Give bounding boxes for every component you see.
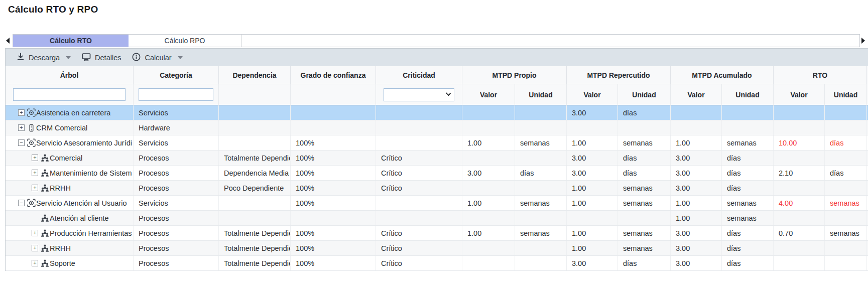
cell-mtpd-acumulado-valor — [671, 120, 722, 135]
cell-criticidad — [376, 105, 462, 120]
scroll-left-icon[interactable] — [4, 36, 11, 45]
table-row[interactable]: +ComercialProcesosTotalmente Dependiente… — [6, 151, 868, 166]
table-row[interactable]: +Atención al clienteProcesos1.00semanas — [6, 211, 868, 226]
cell-mtpd-repercutido-valor: 3.00 — [567, 151, 618, 165]
cell-criticidad: Crítico — [376, 241, 462, 255]
cell-rto-valor — [774, 105, 825, 120]
cell-mtpd-repercutido-unidad: semanas — [618, 241, 671, 255]
descarga-button[interactable]: Descarga — [13, 51, 75, 64]
process-icon — [40, 244, 49, 252]
table-row[interactable]: −Servicio Asesoramiento JurídicoServicio… — [6, 135, 868, 151]
cell-dependencia: Totalmente Dependiente — [219, 241, 291, 255]
cell-mtpd-repercutido-valor — [567, 120, 618, 135]
cell-rto-valor — [774, 151, 825, 165]
cell-mtpd-acumulado-valor: 1.00 — [671, 196, 722, 210]
cell-criticidad — [376, 120, 462, 135]
col-header-criticidad[interactable]: Criticidad — [376, 66, 462, 84]
tab-calculo-rto[interactable]: Cálculo RTO — [13, 35, 129, 47]
expand-icon[interactable]: + — [32, 245, 38, 251]
col-header-dependencia[interactable]: Dependencia — [219, 66, 291, 84]
cell-mtpd-repercutido-unidad: días — [618, 151, 671, 165]
expand-icon[interactable]: + — [32, 230, 38, 236]
tree-node-label: Asistencia en carretera — [36, 109, 110, 117]
detalles-button[interactable]: Detalles — [78, 51, 125, 65]
arbol-filter-input[interactable] — [13, 88, 126, 101]
col-header-grado-confianza[interactable]: Grado de confianza — [291, 66, 376, 84]
cell-mtpd-repercutido-unidad — [618, 211, 671, 225]
cell-mtpd-acumulado-valor: 3.00 — [671, 241, 722, 255]
cell-mtpd-acumulado-unidad: semanas — [722, 211, 774, 225]
cell-mtpd-repercutido-valor: 1.00 — [567, 241, 618, 255]
expand-icon[interactable]: + — [32, 170, 38, 176]
page-title: Cálculo RTO y RPO — [8, 4, 98, 15]
table-row[interactable]: −Servicio Atención al UsuarioServicios10… — [6, 196, 868, 211]
expand-icon[interactable]: + — [32, 185, 38, 191]
scroll-right-icon[interactable] — [859, 36, 866, 45]
chevron-down-icon — [66, 56, 71, 59]
filter-cell-grado — [291, 84, 376, 105]
cell-mtpd-acumulado-unidad: semanas — [722, 196, 774, 210]
col-header-arbol[interactable]: Árbol — [6, 66, 134, 84]
cell-criticidad: Crítico — [376, 151, 462, 165]
calcular-button[interactable]: Calcular — [128, 51, 186, 65]
filter-cell-categoria — [134, 84, 219, 105]
cell-categoria: Procesos — [134, 181, 219, 195]
service-icon — [27, 108, 36, 117]
cell-grado-confianza — [291, 120, 376, 135]
cell-rto-unidad: días — [825, 135, 867, 150]
cell-dependencia: Totalmente Dependiente — [219, 151, 291, 165]
chevron-down-icon — [178, 56, 183, 59]
tab-calculo-rpo[interactable]: Cálculo RPO — [129, 35, 241, 47]
collapse-icon[interactable]: − — [18, 139, 25, 146]
criticidad-filter-select[interactable] — [384, 88, 454, 101]
subheader-acum-unidad: Unidad — [722, 84, 774, 105]
table-row[interactable]: +Mantenimiento de SistemasProcesosDepend… — [6, 166, 868, 181]
cell-categoria: Servicios — [134, 105, 219, 120]
cell-mtpd-propio-valor — [462, 151, 515, 165]
cell-mtpd-repercutido-valor: 3.00 — [567, 166, 618, 180]
cell-mtpd-repercutido-unidad: semanas — [618, 226, 671, 240]
table-row[interactable]: +RRHHProcesosTotalmente Dependiente100%C… — [6, 241, 868, 256]
cell-rto-valor: 0.70 — [774, 226, 825, 240]
cell-mtpd-propio-valor — [462, 181, 515, 195]
cell-mtpd-propio-valor — [462, 241, 515, 255]
table-row[interactable]: +CRM ComercialHardware — [6, 120, 868, 135]
filter-row: Valor Unidad Valor Unidad Valor Unidad V… — [6, 84, 868, 105]
cell-mtpd-repercutido-valor: 3.00 — [567, 256, 618, 270]
calcular-label: Calcular — [145, 54, 171, 62]
cell-criticidad — [376, 211, 462, 225]
tree-cell: +Producción Herramientas — [6, 226, 134, 240]
cell-grado-confianza: 100% — [291, 241, 376, 255]
cell-rto-unidad — [825, 105, 867, 120]
cell-mtpd-repercutido-unidad: días — [618, 256, 671, 270]
tree-cell: +Mantenimiento de Sistemas — [6, 166, 134, 180]
cell-rto-valor — [774, 181, 825, 195]
expand-icon[interactable]: + — [18, 124, 25, 131]
tree-cell: −Servicio Atención al Usuario — [6, 196, 134, 210]
cell-rto-valor — [774, 241, 825, 255]
cell-rto-unidad — [825, 181, 867, 195]
cell-rto-unidad — [825, 256, 867, 270]
expand-icon[interactable]: + — [18, 109, 25, 116]
cell-mtpd-repercutido-valor: 1.00 — [567, 181, 618, 195]
tree-node-label: RRHH — [50, 244, 71, 252]
cell-rto-valor — [774, 120, 825, 135]
table-row[interactable]: +Asistencia en carreteraServicios3.00día… — [6, 105, 868, 120]
categoria-filter-input[interactable] — [139, 88, 213, 101]
cell-categoria: Procesos — [134, 241, 219, 255]
table-row[interactable]: +Producción HerramientasProcesosTotalmen… — [6, 226, 868, 241]
table-row[interactable]: +SoporteProcesosTotalmente Dependiente10… — [6, 256, 868, 271]
subheader-propio-unidad: Unidad — [515, 84, 567, 105]
table-row[interactable]: +RRHHProcesosPoco Dependiente100%Crítico… — [6, 181, 868, 196]
expand-icon[interactable]: + — [32, 155, 38, 161]
service-icon — [27, 199, 36, 207]
descarga-label: Descarga — [29, 54, 60, 62]
col-header-categoria[interactable]: Categoría — [134, 66, 219, 84]
collapse-icon[interactable]: − — [18, 200, 25, 206]
expand-icon[interactable]: + — [32, 260, 38, 266]
monitor-icon — [82, 53, 91, 63]
cell-categoria: Procesos — [134, 256, 219, 270]
cell-categoria: Servicios — [134, 196, 219, 210]
cell-mtpd-propio-valor: 3.00 — [462, 166, 515, 180]
col-group-mtpd-repercutido: MTPD Repercutido — [567, 66, 671, 84]
